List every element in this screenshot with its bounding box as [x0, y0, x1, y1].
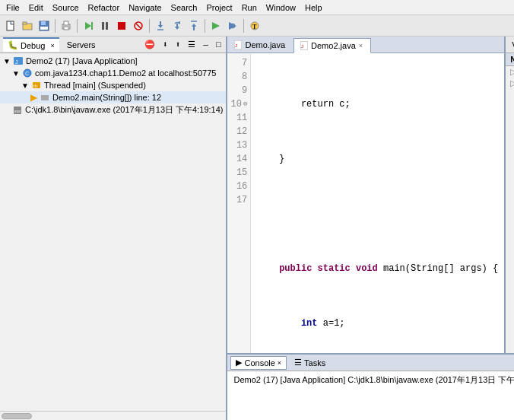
menu-file[interactable]: File [2, 2, 24, 14]
tree-arrow-icon: ▶ [30, 92, 37, 103]
menu-run[interactable]: Run [237, 2, 262, 14]
debug-panel: 🐛 Debug × Servers ⛔ ⬇ ⬆ ☰ — □ [0, 37, 227, 420]
var-name-arg: ▷ arg [506, 67, 514, 77]
separator2 [77, 19, 78, 33]
variables-section: Variables — □ Name Value ▷ arg [504, 37, 514, 353]
step-over-button[interactable] [170, 18, 185, 33]
horizontal-scrollbar[interactable] [0, 411, 226, 420]
open-type-button[interactable]: T [247, 18, 262, 33]
class-icon: C [22, 68, 33, 78]
menu-help[interactable]: Help [300, 2, 327, 14]
tree-item-app[interactable]: ▼ J Demo2 (17) [Java Application] [0, 55, 226, 67]
debug-bar-icon2[interactable]: ⬇ [160, 40, 170, 49]
exe-icon: exe [12, 105, 23, 116]
debug-bar-icon3[interactable]: ⬆ [173, 40, 183, 49]
svg-marker-23 [192, 24, 196, 27]
console-tab-label: Console [244, 358, 274, 368]
svg-text:exe: exe [14, 109, 21, 113]
code-area: 7 8 9 10 ⊖ 11 12 13 14 15 16 [227, 53, 504, 353]
console-text: Demo2 (17) [Java Application] C:\jdk1.8\… [233, 375, 514, 384]
tree-item-exe[interactable]: exe C:\jdk1.8\bin\javaw.exe (2017年1月13日 … [0, 103, 226, 116]
save-button[interactable] [36, 18, 52, 33]
svg-rect-5 [40, 27, 48, 30]
disconnect-button[interactable] [131, 18, 146, 33]
tree-app-label: Demo2 (17) [Java Application] [26, 56, 138, 65]
menu-window[interactable]: Window [262, 2, 300, 14]
stop-button[interactable] [114, 18, 129, 33]
menu-search[interactable]: Search [167, 2, 202, 14]
tree-item-class[interactable]: ▼ C com.java1234.chap11.Demo2 at localho… [0, 67, 226, 79]
java-file-icon: J [234, 40, 242, 49]
debug-bar-icon4[interactable]: ☰ [186, 40, 198, 49]
separator4 [205, 19, 205, 33]
svg-text:th: th [33, 84, 37, 88]
debug-tab-label: Debug [21, 41, 45, 50]
servers-tab[interactable]: Servers [62, 39, 100, 51]
var-entry-a[interactable]: ▷ a [506, 78, 514, 89]
tree-toggle-thread: ▼ [21, 81, 29, 90]
servers-tab-label: Servers [67, 40, 96, 49]
svg-text:T: T [252, 24, 257, 30]
svg-rect-36 [41, 95, 49, 100]
menu-project[interactable]: Project [201, 2, 236, 14]
tab-demo-java[interactable]: J Demo.java [227, 37, 293, 52]
tab-close-icon[interactable]: × [359, 42, 363, 49]
separator5 [243, 19, 244, 33]
run-launch-button[interactable] [208, 18, 224, 33]
tasks-tab[interactable]: ☰ Tasks [290, 356, 330, 370]
line-numbers: 7 8 9 10 ⊖ 11 12 13 14 15 16 [227, 53, 251, 353]
resume-button[interactable] [81, 18, 96, 33]
tab-demo-label: Demo.java [245, 40, 285, 49]
suspend-button[interactable] [97, 18, 113, 33]
var-entry-arg[interactable]: ▷ arg [506, 66, 514, 78]
debug-launch-button[interactable] [225, 18, 240, 33]
debug-bar-icon1[interactable]: ⛔ [142, 40, 157, 49]
col-name-header: Name [506, 55, 514, 64]
bottom-pane: ▶ Console × ☰ Tasks 🗑 🔒 — □ Demo2 (17) [227, 353, 514, 420]
tab-demo2-label: Demo2.java [311, 41, 356, 50]
new-button[interactable] [3, 18, 18, 33]
debug-tab[interactable]: 🐛 Debug × [3, 37, 59, 52]
debug-tab-close[interactable]: × [50, 42, 54, 49]
console-icon: ▶ [236, 358, 242, 368]
code-line-8: } [257, 152, 498, 166]
console-tab-close-icon[interactable]: × [278, 359, 281, 367]
menu-edit[interactable]: Edit [24, 2, 48, 14]
maximize-icon[interactable]: □ [214, 40, 224, 49]
editor-section: J Demo.java J Demo2.java × 7 8 [227, 37, 504, 353]
code-line-9 [257, 207, 498, 221]
debug-tree[interactable]: ▼ J Demo2 (17) [Java Application] ▼ C co… [0, 53, 226, 411]
editor-vars-row: J Demo.java J Demo2.java × 7 8 [227, 37, 514, 353]
menu-refactor[interactable]: Refactor [84, 2, 125, 14]
svg-rect-7 [64, 21, 68, 25]
tasks-tab-label: Tasks [304, 358, 325, 368]
menu-navigate[interactable]: Navigate [124, 2, 166, 14]
step-return-button[interactable] [186, 18, 201, 33]
code-line-7: return c; [257, 97, 498, 111]
debug-icon: 🐛 [8, 40, 18, 50]
open-button[interactable] [20, 18, 35, 33]
svg-marker-25 [212, 22, 220, 30]
print-button[interactable] [59, 18, 74, 33]
minimize-icon[interactable]: — [201, 40, 211, 49]
variables-tab-label: Variables [509, 40, 514, 49]
thread-icon: th [31, 80, 42, 91]
menu-source[interactable]: Source [48, 2, 84, 14]
step-into-button[interactable] [153, 18, 168, 33]
code-lines[interactable]: return c; } public static void main(Str [251, 53, 504, 353]
var-expand-icon: ▷ [510, 67, 514, 76]
separator [55, 19, 56, 33]
console-tab-bar: ▶ Console × ☰ Tasks 🗑 🔒 — □ [227, 355, 514, 371]
tree-item-thread[interactable]: ▼ th Thread [main] (Suspended) [0, 79, 226, 91]
svg-rect-2 [23, 22, 27, 24]
svg-marker-21 [175, 27, 179, 30]
tab-demo2-java[interactable]: J Demo2.java × [293, 38, 371, 53]
console-tab[interactable]: ▶ Console × [230, 356, 287, 370]
tree-item-stackframe[interactable]: ▶ Demo2.main(String[]) line: 12 [0, 91, 226, 103]
svg-text:J: J [301, 44, 303, 49]
variables-tab-bar: Variables — □ [506, 37, 514, 53]
scroll-thumb[interactable] [2, 413, 32, 419]
java-app-icon: J [13, 56, 24, 66]
tree-stack-label: Demo2.main(String[]) line: 12 [52, 93, 161, 102]
tree-toggle-app: ▼ [3, 57, 11, 65]
